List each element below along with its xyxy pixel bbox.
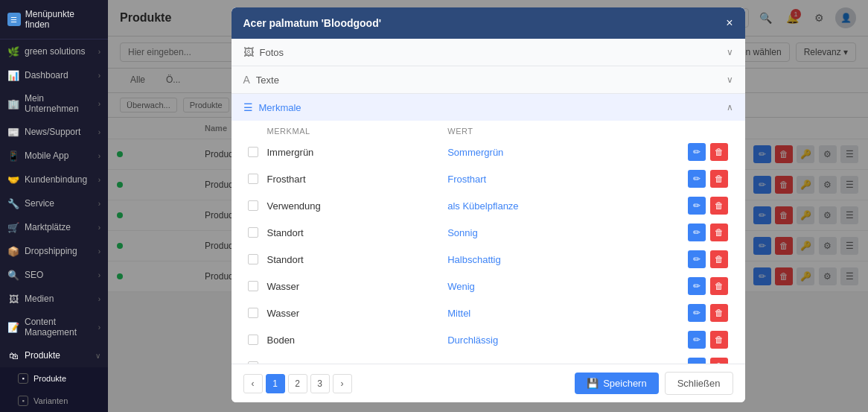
- sidebar-item-produkte[interactable]: 🛍 Produkte ∨: [0, 343, 108, 367]
- attr-wert: Wenig: [443, 273, 673, 300]
- attr-wert: als Kübelpflanze: [443, 192, 673, 219]
- modal-title: Acer palmatum 'Bloodgood': [243, 17, 382, 29]
- row-checkbox[interactable]: [248, 147, 258, 157]
- sidebar-item-medien[interactable]: 🖼 Medien ›: [0, 287, 108, 311]
- attr-wert: Mittel: [443, 300, 673, 326]
- accordion-merkmale-header[interactable]: ☰ Merkmale ∧: [232, 94, 745, 121]
- attr-delete-button[interactable]: 🗑: [710, 250, 728, 268]
- chevron-icon: ›: [98, 295, 100, 303]
- attr-edit-button[interactable]: ✏: [688, 358, 706, 364]
- row-checkbox[interactable]: [248, 281, 258, 291]
- chevron-icon: ›: [98, 200, 100, 208]
- save-label: Speichern: [603, 378, 647, 389]
- sidebar-sub-varianten[interactable]: ▪ Varianten: [0, 390, 108, 412]
- sidebar-item-label: Mein Unternehmen: [25, 93, 98, 114]
- sidebar-item-label: SEO: [25, 270, 43, 280]
- sidebar-item-dropshipping[interactable]: 📦 Dropshipping ›: [0, 239, 108, 263]
- accordion-merkmale: ☰ Merkmale ∧ MERKMAL WERT: [232, 94, 745, 364]
- attr-delete-button[interactable]: 🗑: [710, 277, 728, 295]
- marktplaetze-icon: 🛒: [7, 221, 19, 233]
- sidebar-item-marktplaetze[interactable]: 🛒 Marktplätze ›: [0, 215, 108, 239]
- row-checkbox[interactable]: [248, 227, 258, 238]
- chevron-icon: ›: [98, 152, 100, 160]
- attr-edit-button[interactable]: ✏: [688, 224, 706, 241]
- attr-action-group: ✏ 🗑: [678, 143, 729, 161]
- chevron-icon: ›: [98, 323, 100, 332]
- sidebar-item-dashboard[interactable]: 📊 Dashboard ›: [0, 63, 108, 87]
- attr-delete-button[interactable]: 🗑: [710, 224, 728, 241]
- save-button[interactable]: 💾 Speichern: [575, 373, 659, 394]
- pagination-page-1[interactable]: 1: [266, 374, 285, 393]
- attr-wert: Sonnig: [443, 219, 673, 246]
- modal-dialog: Acer palmatum 'Bloodgood' × 🖼 Fotos ∨: [232, 7, 745, 402]
- col-checkbox: [243, 121, 263, 139]
- attr-action-group: ✏ 🗑: [678, 331, 729, 349]
- sidebar-logo[interactable]: ☰ Menüpunkte finden: [0, 0, 108, 39]
- sidebar-item-kundenbindung[interactable]: 🤝 Kundenbindung ›: [0, 168, 108, 191]
- attributes-table: MERKMAL WERT Immergrün Sommergrün ✏ 🗑: [243, 121, 733, 364]
- attr-edit-button[interactable]: ✏: [688, 250, 706, 268]
- attr-edit-button[interactable]: ✏: [688, 277, 706, 295]
- chevron-icon: ›: [98, 100, 100, 108]
- list-icon: ☰: [243, 101, 253, 113]
- row-checkbox[interactable]: [248, 200, 258, 211]
- close-button[interactable]: Schließen: [665, 372, 733, 395]
- sidebar-item-seo[interactable]: 🔍 SEO ›: [0, 263, 108, 287]
- sidebar-item-service[interactable]: 🔧 Service ›: [0, 191, 108, 215]
- attr-delete-button[interactable]: 🗑: [710, 331, 728, 349]
- row-checkbox[interactable]: [248, 308, 258, 318]
- pagination-page-3[interactable]: 3: [310, 374, 330, 393]
- attr-delete-button[interactable]: 🗑: [710, 358, 728, 364]
- col-actions-header: [674, 121, 733, 139]
- attr-edit-button[interactable]: ✏: [688, 331, 706, 349]
- sidebar-item-label: News/Support: [25, 127, 80, 137]
- sub-dot: ▪: [18, 396, 28, 406]
- attr-action-group: ✏ 🗑: [678, 250, 729, 268]
- green-solutions-icon: 🌿: [7, 45, 19, 57]
- attr-delete-button[interactable]: 🗑: [710, 170, 728, 188]
- attr-wert: Durchlässig: [443, 326, 673, 353]
- attr-wert: Halbschattig: [443, 246, 673, 273]
- attr-edit-button[interactable]: ✏: [688, 304, 706, 322]
- attr-edit-button[interactable]: ✏: [688, 170, 706, 188]
- sidebar-sub-produkte[interactable]: ▪ Produkte: [0, 367, 108, 390]
- pagination-page-2[interactable]: 2: [288, 374, 307, 393]
- modal-overlay: Acer palmatum 'Bloodgood' × 🖼 Fotos ∨: [108, 0, 868, 412]
- sidebar-item-mein-unternehmen[interactable]: 🏢 Mein Unternehmen ›: [0, 87, 108, 120]
- row-checkbox[interactable]: [248, 254, 258, 264]
- attr-wert: Frosthart: [443, 165, 673, 192]
- attr-merkmal: Verwendung: [263, 192, 444, 219]
- accordion-fotos-label: Fotos: [260, 47, 284, 58]
- mobile-icon: 📱: [7, 150, 19, 162]
- row-checkbox[interactable]: [248, 335, 258, 345]
- sidebar-logo-text: Menüpunkte finden: [25, 9, 100, 30]
- sidebar-item-news[interactable]: 📰 News/Support ›: [0, 120, 108, 144]
- sidebar-item-green-solutions[interactable]: 🌿 green solutions ›: [0, 39, 108, 63]
- attr-row: Wasser Wenig ✏ 🗑: [243, 273, 733, 300]
- attr-delete-button[interactable]: 🗑: [710, 143, 728, 161]
- accordion-texte-header[interactable]: A Texte ∨: [232, 66, 745, 93]
- row-checkbox[interactable]: [248, 174, 258, 184]
- attr-row: Verwendung als Kübelpflanze ✏ 🗑: [243, 192, 733, 219]
- modal-close-button[interactable]: ×: [726, 16, 733, 30]
- attr-row: Frosthart Frosthart ✏ 🗑: [243, 165, 733, 192]
- pagination-prev[interactable]: ‹: [243, 374, 263, 393]
- attr-edit-button[interactable]: ✏: [688, 143, 706, 161]
- unternehmen-icon: 🏢: [7, 98, 19, 110]
- content-icon: 📝: [7, 321, 19, 333]
- footer-actions: 💾 Speichern Schließen: [575, 372, 733, 395]
- modal-footer: ‹ 1 2 3 › 💾 Speichern Schließen: [232, 364, 745, 402]
- sidebar-item-label: Dropshipping: [25, 246, 77, 256]
- chevron-icon: ›: [98, 247, 100, 256]
- sidebar-item-mobile[interactable]: 📱 Mobile App ›: [0, 144, 108, 168]
- logo-icon: ☰: [7, 13, 21, 26]
- attr-delete-button[interactable]: 🗑: [710, 304, 728, 322]
- pagination-next[interactable]: ›: [333, 374, 352, 393]
- attr-delete-button[interactable]: 🗑: [710, 197, 728, 215]
- chevron-icon: ›: [98, 48, 100, 56]
- attr-edit-button[interactable]: ✏: [688, 197, 706, 215]
- accordion-fotos-header[interactable]: 🖼 Fotos ∨: [232, 39, 745, 66]
- sidebar-item-content[interactable]: 📝 Content Management ›: [0, 311, 108, 343]
- chevron-down-icon: ∨: [727, 75, 733, 85]
- modal-header: Acer palmatum 'Bloodgood' ×: [232, 7, 745, 39]
